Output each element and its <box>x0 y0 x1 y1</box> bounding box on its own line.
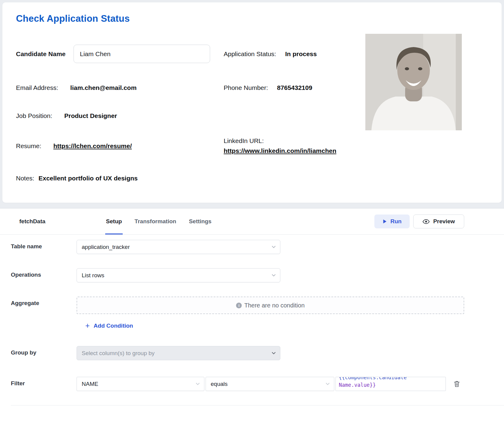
phone-value: 8765432109 <box>277 84 312 91</box>
filter-value-line1: {{components.candidate <box>339 377 443 381</box>
row-notes: Notes: Excellent portfolio of UX designs <box>16 175 488 182</box>
header-actions: Run Preview <box>374 215 464 228</box>
add-condition-button[interactable]: + Add Condition <box>85 322 133 329</box>
notes-label: Notes: <box>16 175 34 182</box>
filter-column-value: NAME <box>82 381 98 387</box>
row-resume-linkedin: Resume: https://lchen.com/resume/ Linked… <box>16 137 488 154</box>
job-position-value: Product Designer <box>64 112 117 119</box>
row-candidate-status: Candidate Name Application Status: In pr… <box>16 45 488 63</box>
filter-operator-value: equals <box>211 381 228 387</box>
candidate-name-label: Candidate Name <box>16 50 74 58</box>
operations-select[interactable]: List rows <box>77 268 280 282</box>
application-status-value: In process <box>285 50 317 58</box>
query-tabs: Setup Transformation Settings <box>105 208 213 234</box>
linkedin-link[interactable]: https://www.linkedin.com/in/liamchen <box>224 147 336 154</box>
operations-value: List rows <box>82 272 104 279</box>
chevron-down-icon <box>196 383 200 385</box>
eye-icon <box>423 219 430 224</box>
group-by-label: Group by <box>11 346 77 356</box>
resume-label: Resume: <box>16 142 41 150</box>
chevron-down-icon <box>272 352 276 354</box>
table-name-label: Table name <box>11 240 77 250</box>
preview-button-label: Preview <box>433 218 455 225</box>
plus-icon: + <box>85 322 90 329</box>
filter-row: Filter NAME equals {{components.can <box>11 377 504 391</box>
query-name: fetchData <box>19 218 46 225</box>
filter-value-line2: Name.value}} <box>339 381 443 389</box>
page-title: Check Application Status <box>16 13 130 24</box>
group-by-placeholder: Select column(s) to group by <box>82 350 155 357</box>
trash-icon[interactable] <box>452 379 461 389</box>
chevron-down-icon <box>272 274 276 277</box>
tab-settings[interactable]: Settings <box>188 208 213 234</box>
group-by-row: Group by Select column(s) to group by <box>11 346 504 360</box>
email-value: liam.chen@email.com <box>70 84 137 91</box>
info-icon: i <box>236 303 242 308</box>
query-header: fetchData Setup Transformation Settings … <box>0 208 504 235</box>
aggregate-row: Aggregate i There are no condition + Add… <box>11 297 504 329</box>
row-job-position: Job Position: Product Designer <box>16 112 488 119</box>
tab-transformation[interactable]: Transformation <box>134 208 177 234</box>
chevron-down-icon <box>272 246 276 248</box>
email-label: Email Address: <box>16 84 58 91</box>
chevron-down-icon <box>326 383 330 385</box>
operations-label: Operations <box>11 268 77 278</box>
table-name-row: Table name application_tracker <box>11 240 504 254</box>
application-status-card: Check Application Status Candidate Name … <box>2 2 502 203</box>
query-editor-panel: fetchData Setup Transformation Settings … <box>0 208 504 426</box>
aggregate-label: Aggregate <box>11 297 77 307</box>
run-button-label: Run <box>390 218 402 225</box>
phone-label: Phone Number: <box>224 84 268 91</box>
add-condition-label: Add Condition <box>94 323 133 329</box>
application-status-label: Application Status: <box>224 50 276 58</box>
tab-setup[interactable]: Setup <box>105 208 123 234</box>
candidate-name-input[interactable] <box>74 45 210 63</box>
section-divider <box>11 405 504 405</box>
run-button[interactable]: Run <box>374 215 410 228</box>
group-by-select[interactable]: Select column(s) to group by <box>77 346 280 360</box>
play-icon <box>383 219 387 224</box>
aggregate-empty-box: i There are no condition <box>77 297 464 314</box>
filter-value-input[interactable]: {{components.candidate Name.value}} <box>335 377 446 391</box>
filter-operator-select[interactable]: equals <box>206 377 334 391</box>
filter-column-select[interactable]: NAME <box>77 377 204 391</box>
resume-link[interactable]: https://lchen.com/resume/ <box>53 142 132 150</box>
operations-row: Operations List rows <box>11 268 504 282</box>
filter-label: Filter <box>11 377 77 387</box>
table-name-value: application_tracker <box>82 244 130 250</box>
aggregate-empty-text: There are no condition <box>244 302 304 309</box>
preview-button[interactable]: Preview <box>413 215 464 228</box>
table-name-select[interactable]: application_tracker <box>77 240 280 254</box>
notes-value: Excellent portfolio of UX designs <box>39 175 138 182</box>
linkedin-label: LinkedIn URL: <box>224 137 264 145</box>
job-position-label: Job Position: <box>16 112 52 119</box>
row-email-phone: Email Address: liam.chen@email.com Phone… <box>16 84 488 91</box>
query-setup-form: Table name application_tracker Operation… <box>0 235 504 405</box>
